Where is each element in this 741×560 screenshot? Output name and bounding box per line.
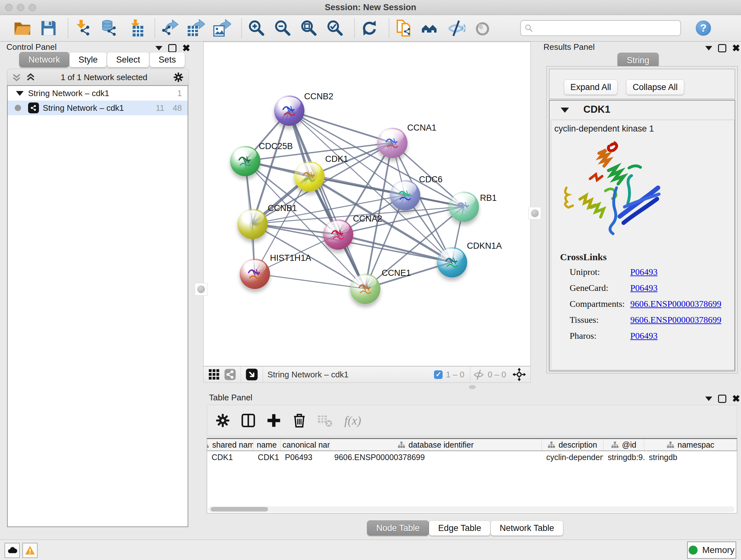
- network-canvas[interactable]: CCNB2CCNA1CDC25BCDK1CDC6RB1CCNB1CCNA2CDK…: [203, 42, 531, 366]
- column-header-description[interactable]: description: [542, 439, 603, 450]
- right-splitter-handle[interactable]: [529, 207, 541, 220]
- table-horizontal-scrollbar[interactable]: [208, 506, 735, 512]
- selected-checkbox-icon[interactable]: ✓: [434, 370, 443, 379]
- edge-CCNB2-CCNA1[interactable]: [289, 111, 392, 143]
- panel-close-icon[interactable]: ✖: [732, 45, 740, 51]
- collection-expander-icon[interactable]: [16, 91, 23, 96]
- hide-display-icon[interactable]: [448, 19, 465, 37]
- node-CDK1[interactable]: [294, 161, 325, 192]
- node-CCNB2[interactable]: [274, 96, 305, 126]
- edge-CCNE1-HIST1H1A[interactable]: [255, 273, 365, 289]
- tab-node-table[interactable]: Node Table: [367, 520, 429, 536]
- horizontal-splitter-handle[interactable]: [469, 385, 476, 389]
- column-header-database-identifier[interactable]: database identifier: [330, 439, 542, 450]
- crosslink-value-link[interactable]: 9606.ENSP00000378699: [630, 299, 721, 309]
- panel-float-icon[interactable]: [718, 395, 726, 403]
- node-CCNE1[interactable]: [350, 273, 381, 304]
- open-session-icon[interactable]: [13, 19, 31, 37]
- add-column-icon[interactable]: [266, 413, 282, 428]
- panel-float-icon[interactable]: [718, 44, 726, 52]
- show-display-icon[interactable]: [474, 19, 491, 37]
- column-header-canonical-name[interactable]: canonical name: [280, 439, 330, 450]
- expand-all-button[interactable]: Expand All: [564, 79, 617, 95]
- hidden-eye-slash-icon[interactable]: [473, 369, 484, 380]
- delete-column-icon[interactable]: [291, 413, 307, 428]
- gene-description: cyclin-dependent kinase 1: [554, 124, 654, 134]
- table-options-gear-icon[interactable]: [215, 413, 231, 428]
- column-header-shared-name[interactable]: shared name: [207, 439, 253, 450]
- import-network-icon[interactable]: [74, 19, 92, 37]
- search-box[interactable]: [520, 20, 681, 36]
- export-table-icon[interactable]: [187, 19, 205, 37]
- node-CCNA2[interactable]: [323, 219, 353, 250]
- node-CDC6[interactable]: [390, 180, 420, 210]
- help-button[interactable]: ?: [696, 20, 711, 36]
- tab-network[interactable]: Network: [19, 52, 69, 67]
- node-CDC25B[interactable]: [230, 146, 260, 176]
- node-CCNB1[interactable]: [238, 209, 268, 239]
- expand-all-icon[interactable]: [12, 72, 21, 82]
- network-options-gear-icon[interactable]: [173, 71, 184, 83]
- warning-icon: [24, 545, 36, 556]
- panel-close-icon[interactable]: ✖: [732, 395, 740, 402]
- expand-collapse-box: Expand All Collapse All: [549, 69, 735, 99]
- network-row[interactable]: String Network – cdk1 11 48: [8, 101, 188, 115]
- grid-view-icon[interactable]: [208, 368, 220, 381]
- node-RB1[interactable]: [449, 192, 479, 222]
- column-header--id[interactable]: @id: [603, 439, 645, 450]
- table-row[interactable]: CDK1CDK1P064939606.ENSP00000378699cyclin…: [207, 451, 737, 463]
- node-CCNA1[interactable]: [377, 128, 408, 158]
- string-view-icon[interactable]: [224, 368, 236, 381]
- export-image-icon[interactable]: [213, 19, 231, 37]
- results-tab-string[interactable]: String: [617, 53, 659, 68]
- collapse-all-icon[interactable]: [26, 72, 36, 82]
- search-input[interactable]: [534, 22, 680, 35]
- column-header-namespac[interactable]: namespac: [644, 439, 737, 450]
- clone-documents-icon[interactable]: [395, 19, 413, 37]
- delete-table-icon: [317, 413, 333, 428]
- crosslink-value-link[interactable]: P06493: [630, 267, 658, 277]
- panel-close-icon[interactable]: ✖: [182, 45, 190, 51]
- cloud-button[interactable]: [4, 543, 20, 558]
- column-header-name[interactable]: name: [253, 439, 280, 450]
- tab-edge-table[interactable]: Edge Table: [429, 520, 490, 536]
- memory-button[interactable]: Memory: [687, 542, 736, 559]
- fit-content-crosshair-icon[interactable]: [513, 368, 526, 381]
- crosslink-value-link[interactable]: P06493: [630, 283, 658, 293]
- import-database-icon[interactable]: [100, 19, 118, 37]
- scrollbar-thumb[interactable]: [211, 507, 268, 511]
- gene-details: cyclin-dependent kinase 1: [551, 120, 735, 370]
- panel-float-icon[interactable]: [168, 44, 177, 52]
- zoom-selected-icon[interactable]: [326, 19, 344, 37]
- show-columns-icon[interactable]: [240, 413, 256, 428]
- panel-menu-icon[interactable]: [705, 396, 712, 401]
- node-CDKN1A[interactable]: [437, 247, 467, 277]
- warning-button[interactable]: [22, 543, 38, 558]
- refresh-layout-icon[interactable]: [360, 19, 379, 37]
- node-table[interactable]: shared namenamecanonical namedatabase id…: [207, 438, 737, 513]
- network-collection-row[interactable]: String Network – cdk1 1: [8, 86, 188, 101]
- crosslink-row: Compartments:9606.ENSP00000378699: [569, 299, 729, 309]
- gene-section: CDK1 cyclin-dependent kinase 1: [549, 100, 735, 371]
- collapse-all-button[interactable]: Collapse All: [626, 79, 684, 95]
- crosslink-value-link[interactable]: 9606.ENSP00000378699: [630, 315, 721, 325]
- node-HIST1H1A[interactable]: [240, 259, 270, 289]
- tab-style[interactable]: Style: [69, 52, 107, 67]
- home-pair-icon[interactable]: [421, 19, 439, 37]
- zoom-out-icon[interactable]: [274, 19, 292, 37]
- panel-menu-icon[interactable]: [155, 46, 162, 51]
- string-network-icon: [28, 103, 39, 113]
- import-table-icon[interactable]: [126, 19, 144, 37]
- birdseye-view-icon[interactable]: [246, 368, 258, 381]
- tab-select[interactable]: Select: [107, 52, 149, 67]
- zoom-in-icon[interactable]: [248, 19, 266, 37]
- tab-network-table[interactable]: Network Table: [490, 520, 563, 536]
- gene-expander-icon[interactable]: [561, 108, 569, 113]
- save-session-icon[interactable]: [40, 19, 57, 37]
- export-network-icon[interactable]: [161, 19, 179, 37]
- zoom-fit-icon[interactable]: [300, 19, 318, 37]
- tab-sets[interactable]: Sets: [149, 52, 185, 67]
- left-splitter-handle[interactable]: [195, 283, 207, 296]
- crosslink-value-link[interactable]: P06493: [630, 331, 658, 341]
- panel-menu-icon[interactable]: [705, 46, 712, 51]
